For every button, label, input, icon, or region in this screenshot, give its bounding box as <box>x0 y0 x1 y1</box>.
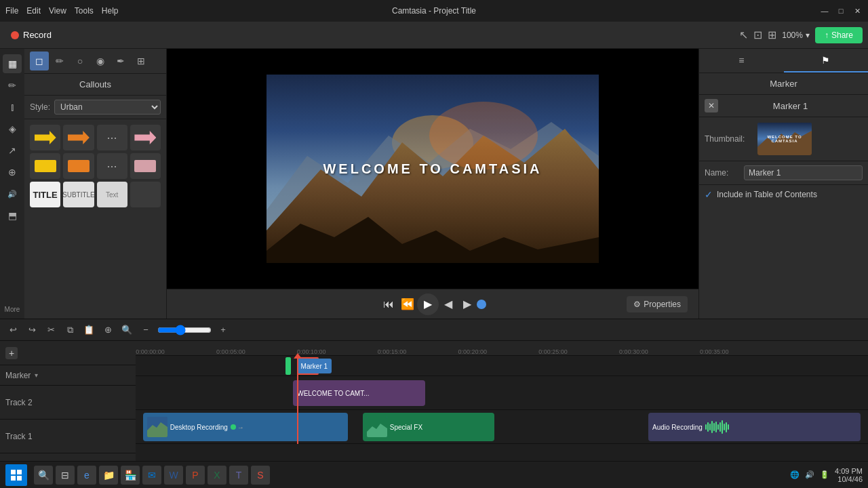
sidebar-item-captions[interactable]: ⬒ <box>3 206 22 225</box>
menu-edit[interactable]: Edit <box>26 6 41 16</box>
taskbar-edge[interactable]: e <box>77 466 96 485</box>
taskbar-files[interactable]: 📁 <box>99 466 118 485</box>
callout-arrow-yellow[interactable] <box>30 125 60 150</box>
player-controls-wrapper: ⏮ ⏪ ▶ ◀ ▶ ⚙ Properties <box>167 293 698 315</box>
playhead[interactable] <box>297 356 298 444</box>
paste-button[interactable]: 📋 <box>81 323 96 338</box>
playhead-scrubber[interactable] <box>477 300 486 309</box>
tab-markers[interactable]: ⚑ <box>784 49 869 73</box>
marker-1-label: Marker 1 <box>301 363 328 370</box>
track1-audio-clip[interactable]: Audio Recording <box>648 413 861 441</box>
callout-empty[interactable] <box>130 182 161 207</box>
track2: WELCOME TO CAMT... <box>136 376 868 410</box>
duplicate-button[interactable]: ⊕ <box>100 323 115 338</box>
callout-subtitle-text[interactable]: SUBTITLE <box>63 182 94 207</box>
callout-dots-2[interactable]: ··· <box>97 153 127 179</box>
sidebar-item-audio-effects[interactable]: 🔊 <box>3 184 22 203</box>
taskbar-store[interactable]: 🏪 <box>121 466 140 485</box>
toc-label: Include in Table of Contents <box>717 190 817 199</box>
thumbnail-text: WELCOME TO CAMTASIA <box>757 135 812 143</box>
taskbar-task-view[interactable]: ⊟ <box>56 466 75 485</box>
rewind-button[interactable]: ⏮ <box>379 295 398 314</box>
next-marker-button[interactable]: ▶ <box>458 295 477 314</box>
copy-button[interactable]: ⧉ <box>62 323 77 338</box>
tool-circle[interactable]: ○ <box>71 52 90 70</box>
style-select[interactable]: Urban Simple Modern <box>54 100 161 115</box>
track1-label: Track 1 <box>0 420 136 453</box>
callout-arrow-orange[interactable] <box>63 125 94 150</box>
redo-button[interactable]: ↪ <box>24 323 39 338</box>
taskbar-search[interactable]: 🔍 <box>34 466 53 485</box>
player-controls: ⏮ ⏪ ▶ ◀ ▶ ⚙ Properties <box>167 289 698 319</box>
menu-tools[interactable]: Tools <box>75 6 94 16</box>
taskbar-teams[interactable]: T <box>229 466 248 485</box>
close-button[interactable]: ✕ <box>852 5 863 16</box>
callout-dots-1[interactable]: ··· <box>97 125 127 150</box>
play-button[interactable]: ▶ <box>417 293 439 315</box>
sidebar-item-animations[interactable]: ↗ <box>3 141 22 160</box>
sidebar-more-label[interactable]: More <box>5 306 20 313</box>
taskbar-outlook[interactable]: ✉ <box>142 466 161 485</box>
tool-draw[interactable]: ✏ <box>50 52 69 70</box>
cursor-tool-icon[interactable]: ↖ <box>739 28 748 41</box>
search-timeline-button[interactable]: 🔍 <box>119 323 134 338</box>
crop-tool-icon[interactable]: ⊡ <box>753 28 762 41</box>
taskbar-snagit[interactable]: S <box>251 466 270 485</box>
menu-file[interactable]: File <box>5 6 18 16</box>
toc-checkbox[interactable]: ✓ <box>705 189 713 200</box>
sidebar-item-media[interactable]: ▦ <box>3 54 22 73</box>
callout-arrow-pink[interactable] <box>130 125 161 150</box>
sidebar-item-transitions[interactable]: ⫿ <box>3 98 22 117</box>
taskbar-excel[interactable]: X <box>208 466 226 485</box>
windows-logo-icon <box>11 470 22 481</box>
sidebar-item-cursor-effects[interactable]: ⊕ <box>3 163 22 182</box>
transform-tool-icon[interactable]: ⊞ <box>768 28 776 41</box>
title-bar: File Edit View Tools Help Camtasia - Pro… <box>0 0 868 22</box>
marker-name-input[interactable] <box>744 165 863 180</box>
step-back-button[interactable]: ⏪ <box>398 295 417 314</box>
callout-rect-yellow[interactable] <box>30 153 60 179</box>
arrow-orange-shape <box>68 130 90 145</box>
cut-button[interactable]: ✂ <box>43 323 58 338</box>
add-track-button[interactable]: + <box>5 347 18 359</box>
audio-waveform <box>705 420 729 434</box>
tool-pen[interactable]: ✒ <box>111 52 130 70</box>
callout-title-text[interactable]: TITLE <box>30 182 60 207</box>
menu-help[interactable]: Help <box>102 6 119 16</box>
callout-plain-text[interactable]: Text <box>97 182 127 207</box>
marker-close-button[interactable]: ✕ <box>705 99 718 113</box>
tab-list[interactable]: ≡ <box>699 49 784 73</box>
maximize-button[interactable]: □ <box>835 5 846 16</box>
time-display: 4:09 PM <box>835 467 863 475</box>
zoom-out-button[interactable]: − <box>138 323 153 338</box>
gear-icon: ⚙ <box>633 300 641 309</box>
record-button[interactable]: Record <box>5 27 57 43</box>
sidebar-item-annotations[interactable]: ✏ <box>3 76 22 95</box>
track2-title-clip[interactable]: WELCOME TO CAMT... <box>293 380 425 406</box>
taskbar-word[interactable]: W <box>164 466 183 485</box>
share-button[interactable]: ↑ Share <box>815 27 863 43</box>
share-icon: ↑ <box>825 30 829 40</box>
start-button[interactable] <box>5 464 27 486</box>
tool-grid[interactable]: ⊞ <box>132 52 151 70</box>
track1-desktop-clip[interactable]: Desktop Recording → <box>143 413 348 441</box>
timeline-zoom-slider[interactable] <box>157 325 212 336</box>
properties-button[interactable]: ⚙ Properties <box>627 296 688 312</box>
track1-special-clip[interactable]: Special FX <box>363 413 494 441</box>
callout-rect-orange[interactable] <box>63 153 94 179</box>
zoom-dropdown-icon[interactable]: ▾ <box>806 30 810 40</box>
sidebar-item-effects[interactable]: ◈ <box>3 119 22 138</box>
marker-item-title: Marker 1 <box>718 101 863 111</box>
marker-track-chevron[interactable]: ▾ <box>35 371 38 379</box>
clip-thumb-img <box>147 417 167 437</box>
menu-view[interactable]: View <box>49 6 66 16</box>
prev-marker-button[interactable]: ◀ <box>439 295 458 314</box>
marker-1-bar[interactable]: Marker 1 <box>297 359 332 373</box>
undo-button[interactable]: ↩ <box>5 323 20 338</box>
callout-rect-pink[interactable] <box>130 153 161 179</box>
minimize-button[interactable]: — <box>819 5 830 16</box>
tool-fill[interactable]: ◉ <box>91 52 110 70</box>
tool-select[interactable]: ◻ <box>30 52 49 70</box>
taskbar-powerpoint[interactable]: P <box>186 466 205 485</box>
zoom-in-button[interactable]: + <box>216 323 231 338</box>
